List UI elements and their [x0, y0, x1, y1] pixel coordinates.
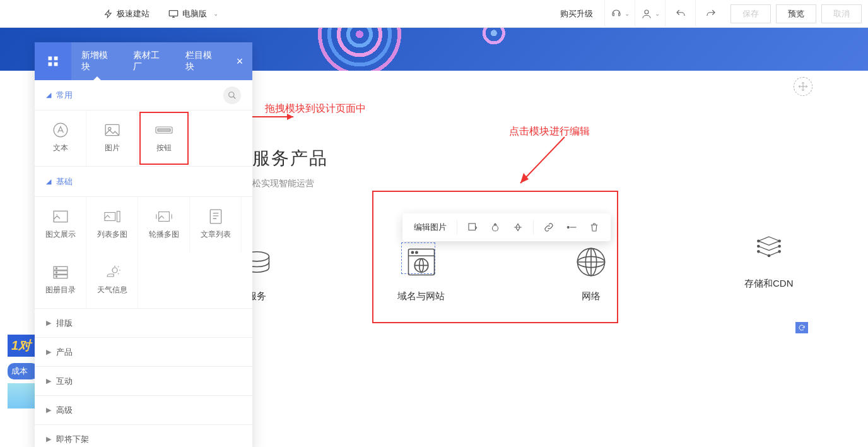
chevron-down-icon: ⌄: [213, 10, 218, 17]
svg-rect-37: [158, 129, 170, 131]
effects-icon[interactable]: [508, 217, 528, 237]
triangle-right-icon: ▶: [46, 406, 51, 414]
user-button[interactable]: ⌄: [635, 0, 665, 28]
sticker-line2: 成本: [8, 363, 38, 379]
category-deprecated[interactable]: ▶即将下架: [35, 425, 252, 447]
rotate-icon[interactable]: [485, 217, 505, 237]
search-icon: [228, 91, 237, 100]
preview-button[interactable]: 预览: [776, 4, 816, 23]
module-carousel[interactable]: 轮播多图: [138, 197, 190, 253]
service-label: 网络: [582, 290, 601, 302]
support-button[interactable]: ⌄: [604, 0, 635, 28]
device-selector[interactable]: 电脑版 ⌄: [168, 8, 218, 20]
cancel-button[interactable]: 取消: [821, 4, 862, 23]
undo-icon: [675, 8, 686, 20]
category-advanced[interactable]: ▶高级: [35, 396, 252, 425]
image-icon: [104, 123, 120, 137]
link-icon[interactable]: [539, 217, 559, 237]
upgrade-link[interactable]: 购买升级: [549, 8, 604, 20]
module-list-img[interactable]: 列表多图: [86, 197, 138, 253]
module-button[interactable]: 按钮: [138, 110, 190, 166]
module-album[interactable]: 图册目录: [35, 253, 86, 308]
animation-icon[interactable]: [561, 217, 582, 237]
svg-point-32: [229, 92, 234, 97]
triangle-down-icon: ◢: [46, 91, 51, 99]
tab-new-module[interactable]: 新增模块: [71, 42, 123, 80]
svg-point-48: [56, 275, 57, 277]
svg-rect-28: [49, 57, 52, 61]
lightning-icon: [104, 9, 113, 18]
module-text[interactable]: 文本: [35, 110, 86, 166]
quick-build-label: 极速建站: [117, 8, 150, 20]
service-item[interactable]: 域名与网站: [397, 246, 445, 302]
save-button[interactable]: 保存: [730, 4, 771, 23]
modules-panel: 新增模块 素材工厂 栏目模块 × ◢ 常用 文本 图片 按钮 ◢ 基础: [35, 42, 252, 447]
service-item[interactable]: 网络: [574, 246, 608, 302]
module-weather[interactable]: 天气信息: [86, 253, 138, 308]
svg-point-46: [56, 267, 57, 268]
panel-close-button[interactable]: ×: [227, 42, 252, 80]
module-img-text[interactable]: 图文展示: [35, 197, 86, 253]
module-label: 轮播多图: [149, 229, 179, 240]
grid-icon: [47, 55, 59, 68]
edit-image-toolbar: 编辑图片: [402, 213, 611, 241]
tab-material[interactable]: 素材工厂: [123, 42, 175, 80]
svg-marker-5: [520, 173, 529, 183]
redo-button[interactable]: [695, 0, 725, 28]
crop-icon[interactable]: [462, 217, 483, 237]
module-label: 天气信息: [97, 285, 127, 295]
svg-point-24: [778, 245, 780, 247]
headset-icon: [611, 8, 622, 20]
module-image[interactable]: 图片: [86, 110, 138, 166]
module-article[interactable]: 文章列表: [190, 197, 242, 253]
svg-marker-3: [287, 114, 293, 120]
svg-rect-38: [54, 211, 67, 222]
module-label: 文本: [53, 143, 68, 153]
chevron-down-icon: ⌄: [625, 10, 630, 17]
list-img-icon: [104, 210, 120, 224]
svg-point-23: [757, 245, 759, 247]
section-common[interactable]: ◢ 常用: [35, 80, 252, 110]
svg-point-8: [567, 227, 569, 229]
page-subtitle: 松实现智能运营: [252, 178, 328, 189]
panel-grid-button[interactable]: [35, 42, 71, 80]
triangle-right-icon: ▶: [46, 348, 51, 356]
undo-button[interactable]: [665, 0, 695, 28]
content-heading: 服务产品 松实现智能运营: [252, 146, 328, 189]
section-label: 常用: [56, 90, 73, 101]
svg-rect-42: [210, 210, 221, 224]
quick-build-button[interactable]: 极速建站: [104, 8, 150, 20]
panel-header: 新增模块 素材工厂 栏目模块 ×: [35, 42, 252, 80]
category-interact[interactable]: ▶互动: [35, 367, 252, 396]
svg-point-7: [493, 225, 498, 231]
refresh-badge[interactable]: [795, 322, 808, 333]
tab-column[interactable]: 栏目模块: [175, 42, 227, 80]
move-handle-icon[interactable]: [794, 77, 812, 96]
category-product[interactable]: ▶产品: [35, 338, 252, 367]
delete-icon[interactable]: [584, 217, 604, 237]
category-layout[interactable]: ▶排版: [35, 309, 252, 338]
triangle-right-icon: ▶: [46, 319, 51, 327]
refresh-icon: [798, 324, 806, 331]
category-label: 排版: [56, 318, 73, 329]
svg-rect-6: [469, 224, 476, 230]
triangle-right-icon: ▶: [46, 435, 51, 443]
svg-rect-29: [54, 57, 58, 61]
search-button[interactable]: [223, 86, 241, 104]
carousel-icon: [155, 210, 173, 224]
service-item[interactable]: 存储和CDN: [744, 234, 794, 290]
monitor-icon: [168, 9, 179, 18]
svg-rect-31: [54, 63, 58, 66]
edit-image-label[interactable]: 编辑图片: [409, 222, 452, 233]
svg-point-22: [778, 240, 780, 242]
section-basic[interactable]: ◢ 基础: [35, 167, 252, 197]
triangle-right-icon: ▶: [46, 377, 51, 385]
category-label: 高级: [56, 405, 73, 416]
top-toolbar: 极速建站 电脑版 ⌄ 购买升级 ⌄ ⌄ 保存 预览 取消: [0, 0, 868, 28]
svg-point-49: [112, 268, 117, 273]
page-title: 服务产品: [252, 146, 328, 170]
svg-line-4: [520, 137, 565, 183]
promo-sticker[interactable]: 1对 成本: [8, 335, 38, 408]
img-text-icon: [52, 210, 69, 224]
module-label: 图片: [105, 143, 120, 153]
